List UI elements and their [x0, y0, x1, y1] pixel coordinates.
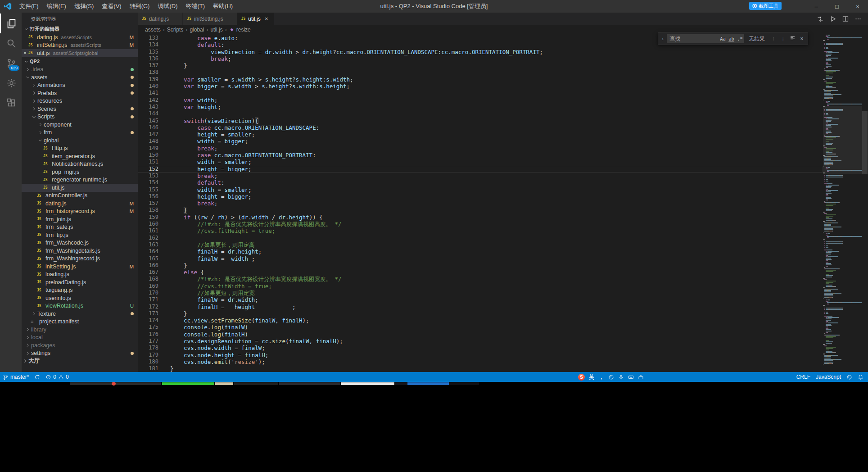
- tree-item-scripts[interactable]: Scripts: [22, 113, 138, 121]
- find-close-button[interactable]: ×: [798, 36, 806, 42]
- find-previous-button[interactable]: ↑: [769, 36, 778, 42]
- code-line-139[interactable]: 139 var smaller = s.width > s.height?s.h…: [138, 76, 823, 83]
- code-line-144[interactable]: 144: [138, 110, 823, 117]
- editor-scrollbar-thumb[interactable]: [862, 111, 868, 174]
- toggle-replace-chevron-icon[interactable]: ›: [660, 36, 665, 41]
- tree-item-library[interactable]: library: [22, 326, 138, 334]
- code-line-156[interactable]: 156 height = bigger;: [138, 193, 823, 200]
- ime-toolbox-icon[interactable]: [638, 374, 644, 380]
- code-line-174[interactable]: 174 cc.view.setFrameSize(finalW, finalH)…: [138, 317, 823, 324]
- tree-item-regenerator-runtime-js[interactable]: JSregenerator-runtime.js: [22, 176, 138, 184]
- tree-item-dating-js[interactable]: JSdating.jsM: [22, 200, 138, 208]
- code-line-157[interactable]: 157 break;: [138, 200, 823, 207]
- tree-item-initsetting-js[interactable]: JSinitSetting.jsM: [22, 263, 138, 271]
- menu-转到-g-[interactable]: 转到(G): [126, 0, 154, 13]
- open-editor-dating-js[interactable]: JSdating.jsassets\ScriptsM: [22, 33, 138, 41]
- activity-search-icon[interactable]: [0, 33, 22, 53]
- code-line-165[interactable]: 165 finalW = width ;: [138, 255, 823, 262]
- tree-item-scenes[interactable]: Scenes: [22, 105, 138, 113]
- code-line-142[interactable]: 142 var width;: [138, 97, 823, 104]
- taskbar-window-thumbnail[interactable]: [234, 382, 278, 385]
- code-line-162[interactable]: 162: [138, 235, 823, 241]
- code-line-149[interactable]: 149 break;: [138, 145, 823, 152]
- code-line-170[interactable]: 170 //如果更短，则用定宽: [138, 290, 823, 296]
- taskbar-window-thumbnail[interactable]: [449, 382, 479, 385]
- tab-util-js[interactable]: JSutil.js×: [237, 13, 275, 25]
- code-line-169[interactable]: 169 //cvs.fitWidth = true;: [138, 283, 823, 290]
- open-changes-button[interactable]: [814, 13, 827, 25]
- code-line-181[interactable]: 181}: [138, 365, 823, 372]
- tree-item-frm-washingrecord-js[interactable]: JSfrm_Washingrecord.js: [22, 255, 138, 263]
- activity-source-control-icon[interactable]: 629: [0, 53, 22, 73]
- match-case-toggle[interactable]: Aa: [719, 36, 727, 41]
- code-line-168[interactable]: 168 /*!#zh: 是否优先将设计分辨率宽度撑满视图宽度。 */: [138, 276, 823, 282]
- open-editor-util-js[interactable]: ×JSutil.jsassets\Scripts\global: [22, 49, 138, 57]
- breadcrumb-global[interactable]: global: [190, 27, 204, 33]
- sync-item[interactable]: [32, 372, 43, 382]
- taskbar-window-thumbnail[interactable]: [395, 382, 407, 385]
- code-editor[interactable]: 133 case e.auto:134 default:135 viewDire…: [138, 35, 868, 372]
- tree-item-frm-washingdetails-js[interactable]: JSfrm_Washingdetails.js: [22, 247, 138, 255]
- tree-item-assets[interactable]: assets: [22, 73, 138, 82]
- code-line-173[interactable]: 173 }: [138, 310, 823, 317]
- tree-item-viewrotation-js[interactable]: JSviewRotation.jsU: [22, 302, 138, 310]
- editor-scrollbar[interactable]: [862, 35, 868, 372]
- menu-编辑-e-[interactable]: 编辑(E): [43, 0, 70, 13]
- code-line-145[interactable]: 145 switch(viewDirection){: [138, 118, 823, 124]
- menu-选择-s-[interactable]: 选择(S): [70, 0, 98, 13]
- tree-item-frm-historyrecord-js[interactable]: JSfrm_historyrecord.jsM: [22, 208, 138, 216]
- code-line-166[interactable]: 166 }: [138, 262, 823, 269]
- tree-item-frm-safe-js[interactable]: JSfrm_safe.js: [22, 223, 138, 231]
- find-input[interactable]: 查找 Aaab.*: [667, 34, 744, 43]
- minimap[interactable]: [823, 35, 862, 372]
- ime-punctuation-indicator[interactable]: ，: [599, 373, 605, 381]
- code-line-153[interactable]: 153 break;: [138, 172, 823, 179]
- code-line-155[interactable]: 155 width = smaller;: [138, 186, 823, 193]
- menu-调试-d-[interactable]: 调试(D): [154, 0, 181, 13]
- code-line-137[interactable]: 137 }: [138, 62, 823, 69]
- code-line-160[interactable]: 160 //!#zh: 是否优先将设计分辨率高度撑满视图高度。 */: [138, 221, 823, 227]
- menu-查看-v-[interactable]: 查看(V): [98, 0, 125, 13]
- minimize-button[interactable]: –: [806, 0, 827, 13]
- code-line-154[interactable]: 154 default:: [138, 179, 823, 186]
- tree-item-frm-tip-js[interactable]: JSfrm_tip.js: [22, 231, 138, 239]
- maximize-button[interactable]: □: [827, 0, 847, 13]
- tree-item-notificationnames-js[interactable]: JSNotificationNames.js: [22, 160, 138, 168]
- tab-initsetting-js[interactable]: JSinitSetting.js×: [183, 13, 237, 25]
- find-in-selection-button[interactable]: [788, 35, 796, 42]
- tree-item-resources[interactable]: resources: [22, 97, 138, 105]
- virtual-keyboard-icon[interactable]: [628, 374, 634, 380]
- tree-item-userinfo-js[interactable]: JSuserinfo.js: [22, 294, 138, 302]
- tree-item-tuiguang-js[interactable]: JStuiguang.js: [22, 286, 138, 295]
- code-line-163[interactable]: 163 //如果更长，则用定高: [138, 241, 823, 248]
- minimap-slider[interactable]: [823, 106, 862, 174]
- ime-floating-badge[interactable]: 00 截图工具: [749, 2, 782, 10]
- code-line-180[interactable]: 180 cvs.node.emit('resize');: [138, 359, 823, 365]
- tree-item-frm[interactable]: frm: [22, 129, 138, 137]
- run-button[interactable]: [827, 13, 839, 25]
- split-editor-button[interactable]: [839, 13, 852, 25]
- code-line-179[interactable]: 179 cvs.node.height = finalH;: [138, 352, 823, 359]
- tab-dating-js[interactable]: JSdating.js×: [138, 13, 183, 25]
- activity-explorer-icon[interactable]: [0, 14, 22, 33]
- code-line-177[interactable]: 177 cvs.designResolution = cc.size(final…: [138, 338, 823, 345]
- problems-item[interactable]: 0 0: [43, 372, 71, 382]
- tree-item-animcontroller-js[interactable]: JSanimController.js: [22, 192, 138, 200]
- tree-item-loading-js[interactable]: JSloading.js: [22, 271, 138, 279]
- activity-extensions-icon[interactable]: [0, 93, 22, 113]
- sogou-ime-icon[interactable]: S: [578, 374, 585, 381]
- code-line-161[interactable]: 161 //cvs.fitHeight = true;: [138, 227, 823, 234]
- tree-item-project-manifest[interactable]: ≡project.manifest: [22, 318, 138, 326]
- menu-文件-f-[interactable]: 文件(F): [15, 0, 43, 13]
- workspace-folder-header[interactable]: QP2: [22, 57, 138, 66]
- code-line-176[interactable]: 176 console.log(finalH): [138, 331, 823, 338]
- code-line-171[interactable]: 171 finalW = dr.width;: [138, 296, 823, 303]
- code-line-141[interactable]: 141: [138, 90, 823, 96]
- code-line-147[interactable]: 147 height = smaller;: [138, 131, 823, 138]
- open-editors-header[interactable]: 打开的编辑器: [22, 25, 138, 33]
- tree-item-settings[interactable]: settings: [22, 349, 138, 358]
- tree-item-util-js[interactable]: JSutil.js: [22, 184, 138, 192]
- taskbar-window-thumbnail[interactable]: [407, 382, 449, 385]
- code-line-143[interactable]: 143 var height;: [138, 104, 823, 110]
- open-editor-initsetting-js[interactable]: JSinitSetting.jsassets\ScriptsM: [22, 41, 138, 50]
